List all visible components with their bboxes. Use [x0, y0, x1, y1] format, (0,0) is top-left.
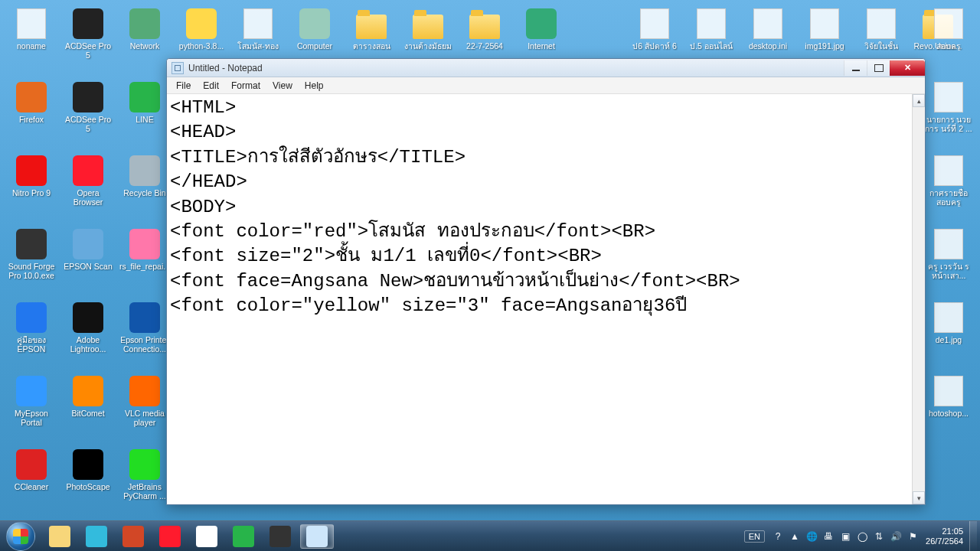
icon-label: Adobe Lightroo... — [61, 335, 115, 354]
tray-flag-icon[interactable]: ⚑ — [906, 530, 920, 543]
desktop-icon[interactable]: ACDSee Pro 5 — [61, 6, 115, 77]
desktop-icon[interactable]: EPSON Scan — [61, 227, 115, 297]
menu-format[interactable]: Format — [225, 79, 266, 93]
tray-globe-icon[interactable]: 🌐 — [805, 530, 818, 543]
minimize-button[interactable] — [844, 60, 867, 76]
line-icon — [233, 526, 254, 547]
tray-help-icon[interactable]: ? — [771, 530, 785, 543]
taskbar-opera[interactable] — [153, 524, 187, 549]
icon-label: ป6 สัปดาห์ 6 — [632, 41, 678, 51]
menu-view[interactable]: View — [266, 79, 299, 93]
system-tray: EN ?▲🌐🖶▣◯⇅🔊⚑ 21:05 26/7/2564 — [744, 521, 980, 551]
clock-time: 21:05 — [926, 527, 963, 536]
menu-help[interactable]: Help — [299, 79, 330, 93]
scroll-up-button[interactable]: ▴ — [913, 94, 925, 107]
icon-label: โสมนัส-ทอง — [237, 41, 279, 51]
desktop-icon[interactable]: PhotoScape — [61, 447, 115, 517]
app-icon — [525, 8, 557, 40]
desktop-icon[interactable]: Epson Printer Connectio... — [118, 300, 172, 370]
icon-label: Sound Forge Pro 10.0.exe — [5, 262, 58, 280]
icon-label: Epson Printer Connectio... — [118, 335, 172, 354]
desktop-icon[interactable]: ครู เวรวัน ร หน้าเสา... — [922, 227, 975, 300]
desktop-icon[interactable]: LINE — [118, 80, 172, 150]
icon-label: PhotoScape — [65, 482, 110, 491]
app-icon — [72, 155, 104, 187]
tray-line-icon[interactable]: ◯ — [855, 530, 869, 543]
start-orb-icon — [6, 522, 35, 551]
file-icon — [933, 375, 965, 407]
menu-file[interactable]: File — [170, 79, 197, 93]
desktop-icon[interactable]: rs_file_repai... — [118, 227, 172, 297]
file-icon — [865, 8, 897, 40]
taskbar-notepad[interactable] — [300, 524, 334, 549]
desktop-icon[interactable]: Firefox — [5, 80, 58, 150]
desktop-icon[interactable]: สอบครู — [922, 6, 975, 80]
tray-printer-icon[interactable]: 🖶 — [822, 530, 835, 543]
title-bar[interactable]: Untitled - Notepad — [167, 59, 925, 77]
desktop-icon[interactable]: MyEpson Portal — [5, 373, 58, 444]
app-icon — [15, 448, 47, 481]
tray-icons: ?▲🌐🖶▣◯⇅🔊⚑ — [769, 530, 921, 543]
text-area[interactable]: <HTML> <HEAD> <TITLE>การใส่สีตัวอักษร</T… — [167, 94, 925, 504]
desktop-icon[interactable]: Nitro Pro 9 — [5, 153, 58, 223]
language-indicator[interactable]: EN — [744, 530, 765, 543]
scroll-down-button[interactable]: ▾ — [913, 491, 925, 504]
file-icon — [933, 302, 965, 334]
desktop-icon[interactable]: กาศรายชื่อ สอบครู — [922, 153, 975, 227]
icon-label: 22-7-2564 — [466, 41, 504, 51]
taskbar-explorer[interactable] — [43, 524, 77, 549]
desktop-icon[interactable]: hotoshop... — [922, 373, 975, 447]
app-icon — [129, 375, 161, 407]
desktop-icon[interactable]: Recycle Bin — [118, 153, 172, 223]
menu-edit[interactable]: Edit — [197, 79, 225, 93]
file-icon — [933, 155, 965, 187]
desktop-icon[interactable]: Opera Browser — [61, 153, 115, 223]
notepad-window: Untitled - Notepad FileEditFormatViewHel… — [166, 58, 926, 505]
icon-label: EPSON Scan — [63, 262, 113, 271]
clock[interactable]: 21:05 26/7/2564 — [926, 527, 963, 546]
desktop-icon[interactable]: Adobe Lightroo... — [61, 300, 115, 370]
taskbar-chrome[interactable] — [190, 524, 224, 549]
explorer-icon — [49, 526, 70, 547]
tray-vol-icon[interactable]: 🔊 — [889, 530, 903, 543]
maximize-button[interactable] — [867, 60, 890, 76]
desktop-icon[interactable]: Network — [118, 6, 172, 77]
desktop-icon[interactable]: VLC media player — [118, 373, 172, 444]
icon-label: rs_file_repai... — [119, 262, 171, 271]
desktop-icon[interactable]: noname — [5, 6, 58, 77]
scroll-thumb[interactable] — [913, 107, 924, 491]
icon-label: de1.jpg — [935, 335, 962, 344]
folder-icon — [355, 8, 387, 40]
desktop-icon[interactable]: JetBrains PyCharm ... — [118, 447, 172, 517]
icon-label: hotoshop... — [928, 409, 969, 418]
desktop-icon[interactable]: นายการ นวยการ นร์ที่ 2 ... — [922, 80, 975, 153]
menu-bar: FileEditFormatViewHelp — [167, 77, 925, 94]
window-buttons — [844, 60, 925, 76]
chrome-icon — [196, 526, 217, 547]
desktop-icon[interactable]: de1.jpg — [922, 300, 975, 373]
app-icon — [72, 302, 104, 334]
show-desktop-button[interactable] — [969, 521, 977, 552]
taskbar-line[interactable] — [227, 524, 260, 549]
icon-label: Computer — [296, 41, 333, 51]
icon-label: LINE — [135, 115, 154, 124]
desktop-icon[interactable]: ACDSee Pro 5 — [61, 80, 115, 150]
desktop-icon[interactable]: Sound Forge Pro 10.0.exe — [5, 227, 58, 297]
vertical-scrollbar[interactable]: ▴ ▾ — [912, 94, 925, 504]
tray-net-icon[interactable]: ⇅ — [872, 530, 886, 543]
icon-label: ACDSee Pro 5 — [61, 41, 115, 60]
close-button[interactable] — [890, 60, 925, 76]
taskbar-ie[interactable] — [80, 524, 113, 549]
taskbar-powerpoint[interactable] — [116, 524, 150, 549]
icon-label: สอบครู — [936, 41, 962, 51]
icon-label: คู่มือของ EPSON — [5, 335, 58, 354]
tray-shield-icon[interactable]: ▣ — [838, 530, 852, 543]
icon-label: Firefox — [18, 115, 44, 124]
desktop-icon[interactable]: CCleaner — [5, 447, 58, 517]
tray-up-icon[interactable]: ▲ — [788, 530, 802, 543]
taskbar-obs[interactable] — [263, 524, 297, 549]
desktop-icon[interactable]: คู่มือของ EPSON — [5, 300, 58, 370]
opera-icon — [159, 526, 181, 547]
desktop-icon[interactable]: BitComet — [61, 373, 115, 444]
start-button[interactable] — [0, 521, 41, 552]
